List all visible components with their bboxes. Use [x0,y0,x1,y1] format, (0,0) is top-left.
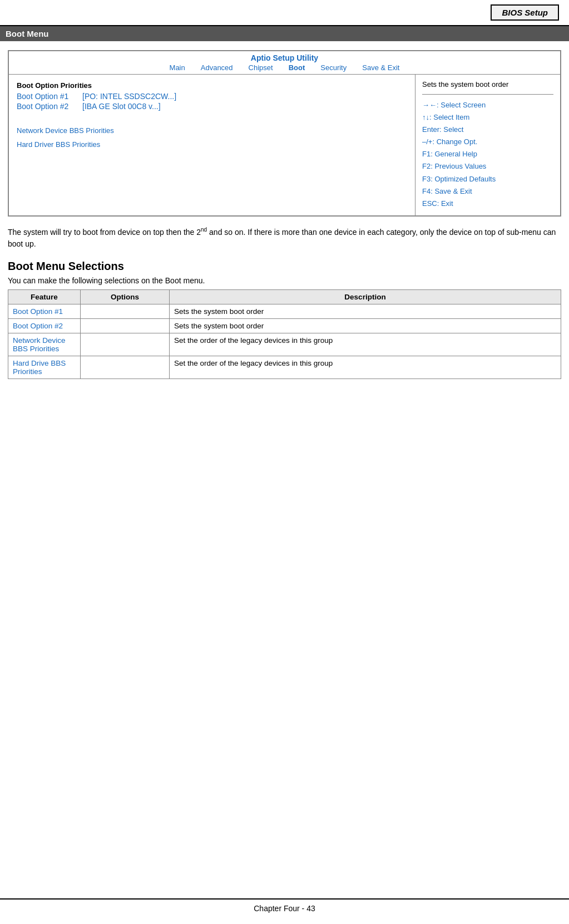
footer-text: Chapter Four - 43 [254,904,315,913]
key-hint-9: ESC: Exit [422,198,553,210]
col-header-options: Options [81,289,170,304]
table-cell-description-0: Sets the system boot order [170,304,561,318]
nav-item-main[interactable]: Main [170,63,185,72]
key-hint-6: F2: Previous Values [422,160,553,173]
boot-option-1-label: Boot Option #1 [17,92,78,101]
table-cell-description-2: Set the order of the legacy devices in t… [170,333,561,356]
table-cell-options-3 [81,356,170,379]
key-hint-2: ↑↓: Select Item [422,111,553,124]
bios-nav: Aptio Setup Utility Main Advanced Chipse… [9,51,560,75]
page-footer: Chapter Four - 43 [0,898,569,913]
selections-heading: Boot Menu Selections [8,260,561,273]
nav-item-chipset[interactable]: Chipset [249,63,273,72]
table-row: Network DeviceBBS PrioritiesSet the orde… [8,333,561,356]
col-header-description: Description [170,289,561,304]
key-hint-7: F3: Optimized Defaults [422,173,553,185]
table-cell-options-0 [81,304,170,318]
table-cell-feature-3: Hard Drive BBSPriorities [8,356,81,379]
table-row: Hard Drive BBSPrioritiesSet the order of… [8,356,561,379]
boot-option-2-row: Boot Option #2 [IBA GE Slot 00C8 v...] [17,102,407,111]
key-hint-8: F4: Save & Exit [422,185,553,198]
selections-subtext: You can make the following selections on… [8,276,561,285]
boot-option-2-value: [IBA GE Slot 00C8 v...] [82,102,161,111]
section-title: Boot Menu [0,26,569,41]
boot-option-1-row: Boot Option #1 [PO: INTEL SSDSC2CW...] [17,92,407,101]
boot-option-1-value: [PO: INTEL SSDSC2CW...] [82,92,176,101]
bios-right-pane: Sets the system boot order →←: Select Sc… [415,75,560,215]
nav-item-advanced[interactable]: Advanced [201,63,233,72]
boot-option-2-label: Boot Option #2 [17,102,78,111]
bios-screen: Aptio Setup Utility Main Advanced Chipse… [8,50,561,217]
bios-left-pane: Boot Option Priorities Boot Option #1 [P… [9,75,415,215]
body-line1-start: The system will try to boot from device … [8,228,201,237]
table-cell-options-2 [81,333,170,356]
bios-content: Boot Option Priorities Boot Option #1 [P… [9,75,560,215]
network-device-bbs-link[interactable]: Network Device BBS Priorities [17,126,407,135]
hard-driver-bbs-link[interactable]: Hard Driver BBS Priorities [17,140,407,149]
table-cell-feature-2: Network DeviceBBS Priorities [8,333,81,356]
nav-item-security[interactable]: Security [320,63,347,72]
key-hint-5: F1: General Help [422,148,553,160]
table-cell-feature-1: Boot Option #2 [8,318,81,333]
body-text: The system will try to boot from device … [8,225,561,250]
priorities-label: Boot Option Priorities [17,81,407,90]
bios-setup-label: BIOS Setup [491,4,559,21]
table-cell-description-3: Set the order of the legacy devices in t… [170,356,561,379]
table-cell-feature-0: Boot Option #1 [8,304,81,318]
key-hint-1: →←: Select Screen [422,99,553,111]
page-header: BIOS Setup [0,0,569,26]
key-hint-4: –/+: Change Opt. [422,136,553,148]
body-superscript: nd [201,227,207,233]
bios-right-keys: →←: Select Screen ↑↓: Select Item Enter:… [422,99,553,210]
nav-item-save-exit[interactable]: Save & Exit [362,63,399,72]
bios-nav-title: Aptio Setup Utility [251,53,318,62]
table-cell-description-1: Sets the system boot order [170,318,561,333]
table-header-row: Feature Options Description [8,289,561,304]
key-hint-3: Enter: Select [422,124,553,136]
bios-nav-items: Main Advanced Chipset Boot Security Save… [170,63,400,72]
col-header-feature: Feature [8,289,81,304]
bios-right-description: Sets the system boot order [422,80,553,95]
nav-item-boot[interactable]: Boot [289,63,305,72]
table-row: Boot Option #1Sets the system boot order [8,304,561,318]
selections-table: Feature Options Description Boot Option … [8,289,561,379]
table-cell-options-1 [81,318,170,333]
table-row: Boot Option #2Sets the system boot order [8,318,561,333]
